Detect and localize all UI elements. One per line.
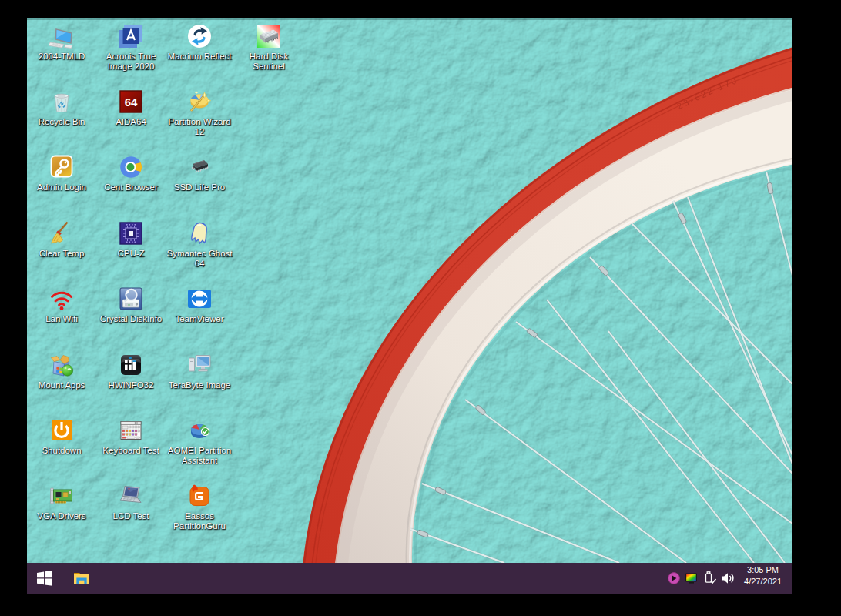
svg-text:64: 64 [125, 95, 138, 109]
